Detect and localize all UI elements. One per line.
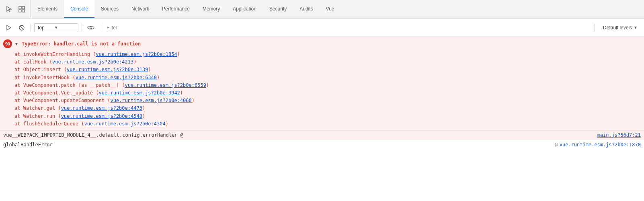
tab-memory[interactable]: Memory bbox=[196, 0, 226, 18]
stack-line-7: at Watcher.get (vue.runtime.esm.js?2b0e:… bbox=[14, 105, 641, 112]
stack-trace: at invokeWithErrorHandling (vue.runtime.… bbox=[0, 51, 644, 130]
stack-line-0: at invokeWithErrorHandling (vue.runtime.… bbox=[14, 51, 641, 58]
tab-application[interactable]: Application bbox=[226, 0, 263, 18]
tab-audits[interactable]: Audits bbox=[293, 0, 319, 18]
error-handler-text: vue__WEBPACK_IMPORTED_MODULE_4__.default… bbox=[3, 132, 597, 138]
stack-line-6: at VueComponent.updateComponent (vue.run… bbox=[14, 97, 641, 105]
svg-rect-2 bbox=[19, 10, 21, 12]
svg-marker-4 bbox=[7, 25, 11, 30]
stack-line-3: at invokeInsertHook (vue.runtime.esm.js?… bbox=[14, 74, 641, 82]
global-handle-error-line: globalHandleError @ vue.runtime.esm.js?2… bbox=[0, 139, 644, 150]
console-output: 90 ▼ TypeError: handler.call is not a fu… bbox=[0, 37, 644, 201]
eye-icon-button[interactable] bbox=[85, 22, 96, 33]
error-group: 90 ▼ TypeError: handler.call is not a fu… bbox=[0, 37, 644, 139]
error-handler-link[interactable]: main.js?56d7:21 bbox=[597, 132, 641, 138]
execute-button[interactable] bbox=[3, 22, 14, 33]
console-toolbar: top ▼ Default levels ▼ bbox=[0, 18, 644, 37]
stack-line-2: at Object.insert (vue.runtime.esm.js?2b0… bbox=[14, 66, 641, 74]
svg-point-7 bbox=[90, 27, 92, 29]
divider-4 bbox=[595, 24, 595, 32]
nav-icon-group bbox=[0, 0, 31, 18]
at-symbol: @ bbox=[555, 142, 558, 148]
divider-3 bbox=[100, 24, 100, 32]
cursor-icon[interactable] bbox=[4, 4, 14, 14]
tab-security[interactable]: Security bbox=[263, 0, 293, 18]
svg-rect-1 bbox=[22, 6, 25, 9]
tab-performance[interactable]: Performance bbox=[156, 0, 196, 18]
collapse-chevron: ▼ bbox=[14, 42, 18, 46]
filter-input[interactable] bbox=[103, 23, 590, 32]
stack-line-9: at flushSchedulerQueue (vue.runtime.esm.… bbox=[14, 120, 641, 128]
tab-elements[interactable]: Elements bbox=[31, 0, 64, 18]
error-title: TypeError: handler.call is not a functio… bbox=[22, 41, 141, 47]
divider-1 bbox=[31, 24, 31, 32]
svg-rect-0 bbox=[19, 6, 21, 9]
tab-console[interactable]: Console bbox=[64, 0, 94, 18]
clear-console-button[interactable] bbox=[16, 22, 27, 33]
divider-2 bbox=[82, 24, 82, 32]
log-levels-selector[interactable]: Default levels ▼ bbox=[600, 23, 641, 32]
stack-line-1: at callHook (vue.runtime.esm.js?2b0e:421… bbox=[14, 58, 641, 66]
chevron-down-icon: ▼ bbox=[54, 25, 58, 30]
tab-network[interactable]: Network bbox=[125, 0, 156, 18]
stack-line-4: at VueComponent.patch [as __patch__] (vu… bbox=[14, 82, 641, 89]
global-handle-error-text: globalHandleError bbox=[3, 142, 279, 148]
tab-sources[interactable]: Sources bbox=[94, 0, 125, 18]
svg-line-6 bbox=[20, 26, 23, 29]
box-icon[interactable] bbox=[17, 4, 27, 14]
error-header[interactable]: 90 ▼ TypeError: handler.call is not a fu… bbox=[0, 37, 644, 51]
svg-rect-3 bbox=[22, 10, 25, 12]
global-handle-error-link[interactable]: vue.runtime.esm.js?2b0e:1870 bbox=[560, 142, 641, 148]
chevron-down-icon-levels: ▼ bbox=[634, 25, 638, 30]
stack-line-5: at VueComponent.Vue._update (vue.runtime… bbox=[14, 89, 641, 97]
nav-bar: Elements Console Sources Network Perform… bbox=[0, 0, 644, 18]
stack-line-8: at Watcher.run (vue.runtime.esm.js?2b0e:… bbox=[14, 113, 641, 120]
error-count-badge: 90 bbox=[3, 39, 12, 48]
context-selector[interactable]: top ▼ bbox=[34, 23, 78, 32]
tab-vue[interactable]: Vue bbox=[320, 0, 341, 18]
error-handler-line: vue__WEBPACK_IMPORTED_MODULE_4__.default… bbox=[0, 130, 644, 139]
